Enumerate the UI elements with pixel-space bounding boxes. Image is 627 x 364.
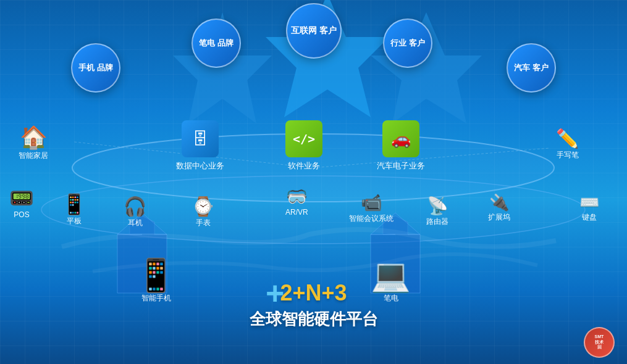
watch-label: 手表 [196,218,211,228]
software-business: </> 软件业务 [285,120,322,172]
smart-home-item: 🏠 智能家居 [19,126,48,161]
stylus-label: 手写笔 [557,151,579,160]
laptop-bottom-label: 笔电 [384,294,398,304]
laptop-brand-label: 笔电 品牌 [199,38,234,49]
dock-item: 🔌 扩展坞 [488,194,510,223]
pos-icon: 📟 [9,188,34,208]
datacenter-label: 数据中心业务 [176,160,224,172]
auto-electronics-business: 🚗 汽车电子业务 [377,120,425,172]
smartphone-bottom-icon: 📱 [136,259,176,291]
auto-customer-circle: 汽车 客户 [507,43,556,93]
internet-customer-label: 互联网 客户 [291,25,337,37]
pos-item: 📟 POS [9,188,34,220]
earphone-icon: 🎧 [124,197,146,216]
watch-item: ⌚ 手表 [191,197,214,228]
formula-text: 2+N+3 [250,280,378,306]
auto-electronics-label: 汽车电子业务 [377,160,425,172]
smt-circle: SMT技术回 [584,327,615,358]
keyboard-icon: ⌨️ [579,194,599,210]
datacenter-business: 🗄 数据中心业务 [176,120,224,172]
auto-customer-label: 汽车 客户 [514,62,549,73]
smart-home-label: 智能家居 [19,151,48,161]
internet-customer-circle: 互联网 客户 [286,3,342,59]
keyboard-label: 键盘 [582,213,597,223]
laptop-brand-circle: 笔电 品牌 [191,19,241,68]
smart-home-icon: 🏠 [20,126,48,149]
dock-label: 扩展坞 [488,213,510,223]
platform-subtitle: 全球智能硬件平台 [250,308,378,330]
auto-electronics-icon: 🚗 [382,120,419,157]
software-label: 软件业务 [288,160,320,172]
smartphone-bottom-item: 📱 智能手机 [136,259,176,304]
software-icon: </> [285,120,322,157]
industry-customer-label: 行业 客户 [390,38,425,49]
mobile-brand-label: 手机 品牌 [78,62,113,73]
datacenter-icon: 🗄 [182,120,219,157]
earphone-label: 耳机 [128,218,143,228]
tablet-item: 📱 平板 [62,194,86,226]
smartphone-bottom-label: 智能手机 [141,294,171,304]
main-container: 手机 品牌 笔电 品牌 互联网 客户 行业 客户 汽车 客户 🗄 数据中心业务 [0,0,627,364]
arvr-icon: 🥽 [286,188,308,205]
smt-text: SMT技术回 [595,334,604,350]
arvr-label: AR/VR [285,208,308,218]
router-label: 路由器 [426,217,448,227]
tablet-icon: 📱 [62,194,86,214]
industry-customer-circle: 行业 客户 [383,19,432,68]
conference-label: 智能会议系统 [349,214,393,224]
arvr-item: 🥽 AR/VR [285,188,308,218]
smt-logo: SMT技术回 [584,327,615,358]
watch-icon: ⌚ [191,197,214,216]
tablet-label: 平板 [67,217,82,226]
conference-item: 📹 智能会议系统 [349,194,393,224]
stylus-item: ✏️ 手写笔 [556,130,579,160]
pos-label: POS [14,210,29,220]
stylus-icon: ✏️ [556,130,579,148]
dock-icon: 🔌 [489,194,509,210]
router-icon: 📡 [427,197,448,215]
conference-icon: 📹 [361,194,382,212]
router-item: 📡 路由器 [426,197,448,227]
mobile-brand-circle: 手机 品牌 [71,43,120,93]
earphone-item: 🎧 耳机 [124,197,146,228]
formula-container: 2+N+3 全球智能硬件平台 [250,280,378,330]
keyboard-item: ⌨️ 键盘 [579,194,599,223]
